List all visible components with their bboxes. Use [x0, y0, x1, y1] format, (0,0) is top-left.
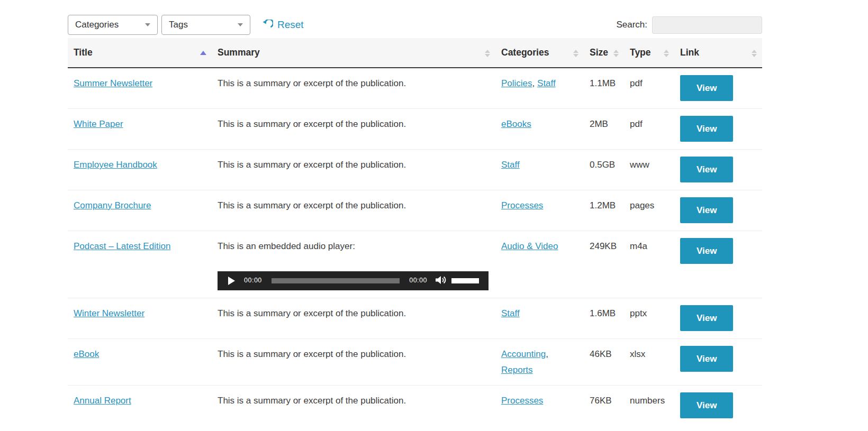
column-header-title[interactable]: Title [68, 38, 212, 68]
categories-cell: Processes [495, 190, 584, 231]
document-title-link[interactable]: Podcast – Latest Edition [74, 241, 170, 251]
categories-cell: Processes [495, 386, 584, 431]
chevron-down-icon [238, 23, 243, 26]
play-icon [228, 277, 235, 285]
documents-table: Title Summary Categories Size Type [68, 38, 762, 431]
audio-current-time: 00:00 [244, 275, 262, 287]
categories-cell: Audio & Video [495, 231, 584, 298]
categories-filter-label: Categories [75, 20, 119, 30]
document-title-link[interactable]: Winter Newsletter [74, 308, 144, 318]
title-cell: Annual Report [68, 386, 212, 431]
type-cell: m4a [624, 231, 674, 298]
category-link[interactable]: Staff [537, 78, 556, 88]
column-header-summary[interactable]: Summary [212, 38, 495, 68]
search-input[interactable] [652, 16, 762, 34]
size-cell: 1.6MB [584, 298, 624, 338]
document-title-link[interactable]: Annual Report [74, 396, 131, 406]
document-library-page: Categories Tags Reset Search: [0, 0, 868, 431]
link-cell: View [674, 68, 762, 109]
sort-icon [573, 50, 578, 57]
audio-duration: 00:00 [409, 275, 427, 287]
size-cell: 249KB [584, 231, 624, 298]
size-cell: 76KB [584, 386, 624, 431]
link-cell: View [674, 338, 762, 386]
title-cell: Employee Handbook [68, 150, 212, 190]
summary-cell: This is an embedded audio player: 00:00 … [212, 231, 495, 298]
view-button[interactable]: View [680, 392, 733, 418]
view-button[interactable]: View [680, 157, 733, 182]
link-cell: View [674, 231, 762, 298]
document-title-link[interactable]: Employee Handbook [74, 160, 157, 170]
categories-filter-dropdown[interactable]: Categories [68, 15, 158, 35]
column-header-link[interactable]: Link [674, 38, 762, 68]
column-header-type[interactable]: Type [624, 38, 674, 68]
speaker-icon [436, 276, 447, 286]
view-button[interactable]: View [680, 75, 733, 101]
size-cell: 1.2MB [584, 190, 624, 231]
document-title-link[interactable]: Company Brochure [74, 200, 151, 210]
seek-bar[interactable] [272, 278, 400, 283]
view-button[interactable]: View [680, 116, 733, 142]
search-label: Search: [616, 20, 647, 30]
type-cell: pdf [624, 109, 674, 150]
chevron-down-icon [145, 23, 150, 26]
type-cell: xlsx [624, 338, 674, 386]
reset-button[interactable]: Reset [262, 19, 304, 31]
size-cell: 46KB [584, 338, 624, 386]
type-cell: numbers [624, 386, 674, 431]
title-cell: White Paper [68, 109, 212, 150]
sort-icon [664, 50, 669, 57]
summary-cell: This is a summary or excerpt of the publ… [212, 190, 495, 231]
view-button[interactable]: View [680, 305, 733, 331]
category-link[interactable]: Policies [501, 78, 532, 88]
view-button[interactable]: View [680, 346, 733, 372]
tags-filter-dropdown[interactable]: Tags [161, 15, 250, 35]
type-cell: pdf [624, 68, 674, 109]
filter-toolbar: Categories Tags Reset Search: [68, 15, 762, 35]
link-cell: View [674, 298, 762, 338]
audio-player: 00:00 00:00 [218, 271, 489, 290]
sort-ascending-icon [200, 51, 206, 55]
title-cell: Winter Newsletter [68, 298, 212, 338]
document-title-link[interactable]: Summer Newsletter [74, 78, 152, 88]
category-link[interactable]: eBooks [501, 119, 531, 129]
link-cell: View [674, 190, 762, 231]
table-row: Annual Report This is a summary or excer… [68, 386, 762, 431]
summary-cell: This is a summary or excerpt of the publ… [212, 298, 495, 338]
view-button[interactable]: View [680, 197, 733, 223]
column-header-categories[interactable]: Categories [495, 38, 584, 68]
view-button[interactable]: View [680, 238, 733, 264]
table-row: White Paper This is a summary or excerpt… [68, 109, 762, 150]
reset-icon [262, 20, 273, 31]
sort-icon [485, 50, 490, 57]
mute-button[interactable] [436, 276, 447, 286]
categories-cell: eBooks [495, 109, 584, 150]
link-cell: View [674, 109, 762, 150]
summary-cell: This is a summary or excerpt of the publ… [212, 68, 495, 109]
category-link[interactable]: Accounting [501, 349, 546, 359]
size-cell: 1.1MB [584, 68, 624, 109]
categories-cell: Staff [495, 150, 584, 190]
summary-cell: This is a summary or excerpt of the publ… [212, 386, 495, 431]
link-cell: View [674, 386, 762, 431]
reset-label: Reset [277, 19, 304, 31]
category-link[interactable]: Audio & Video [501, 241, 558, 251]
category-link[interactable]: Reports [501, 365, 533, 375]
table-row: Company Brochure This is a summary or ex… [68, 190, 762, 231]
document-title-link[interactable]: White Paper [74, 119, 123, 129]
volume-slider[interactable] [451, 278, 479, 283]
type-cell: www [624, 150, 674, 190]
tags-filter-label: Tags [169, 20, 188, 30]
table-row: Winter Newsletter This is a summary or e… [68, 298, 762, 338]
size-cell: 0.5GB [584, 150, 624, 190]
column-header-size[interactable]: Size [584, 38, 624, 68]
category-link[interactable]: Processes [501, 396, 543, 406]
play-button[interactable] [228, 277, 235, 285]
category-link[interactable]: Processes [501, 200, 543, 210]
link-cell: View [674, 150, 762, 190]
categories-cell: Staff [495, 298, 584, 338]
category-link[interactable]: Staff [501, 160, 520, 170]
category-link[interactable]: Staff [501, 308, 520, 318]
document-title-link[interactable]: eBook [74, 349, 99, 359]
table-row: Employee Handbook This is a summary or e… [68, 150, 762, 190]
